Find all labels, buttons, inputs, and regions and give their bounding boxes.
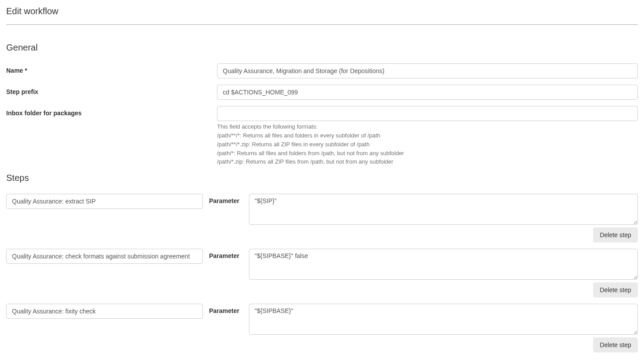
parameter-textarea[interactable] — [249, 304, 638, 335]
delete-step-button[interactable]: Delete step — [593, 282, 638, 297]
parameter-label: Parameter — [209, 249, 243, 259]
step-prefix-input[interactable] — [217, 85, 638, 100]
general-heading: General — [6, 43, 638, 53]
name-input[interactable] — [217, 63, 638, 78]
parameter-textarea[interactable] — [249, 194, 638, 225]
parameter-label: Parameter — [209, 194, 243, 204]
help-line: /path/*: Returns all files and folders f… — [217, 149, 638, 158]
help-line: /path/**/*.zip: Returns all ZIP files in… — [217, 141, 638, 149]
step-name-input[interactable] — [6, 194, 203, 209]
delete-step-button[interactable]: Delete step — [593, 227, 638, 243]
step-block: Parameter Delete step — [6, 304, 638, 352]
step-prefix-row: Step prefix — [6, 85, 638, 100]
name-row: Name * — [6, 63, 638, 78]
help-line: /path/*.zip: Returns all ZIP files from … — [217, 158, 638, 166]
parameter-textarea[interactable] — [249, 249, 638, 280]
step-block: Parameter Delete step — [6, 194, 638, 243]
inbox-label: Inbox folder for packages — [6, 106, 217, 117]
name-label: Name * — [6, 63, 217, 74]
step-block: Parameter Delete step — [6, 249, 638, 297]
parameter-label: Parameter — [209, 304, 243, 314]
step-name-input[interactable] — [6, 249, 203, 264]
delete-step-button[interactable]: Delete step — [593, 337, 638, 352]
inbox-help: This field accepts the following formats… — [217, 123, 638, 166]
inbox-input[interactable] — [217, 106, 638, 121]
step-prefix-label: Step prefix — [6, 85, 217, 95]
page-title: Edit workflow — [6, 6, 638, 16]
divider — [6, 24, 638, 25]
inbox-row: Inbox folder for packages This field acc… — [6, 106, 638, 167]
help-line: /path/**/*: Returns all files and folder… — [217, 132, 638, 140]
help-line: This field accepts the following formats… — [217, 123, 638, 131]
step-name-input[interactable] — [6, 304, 203, 319]
steps-heading: Steps — [6, 173, 638, 183]
